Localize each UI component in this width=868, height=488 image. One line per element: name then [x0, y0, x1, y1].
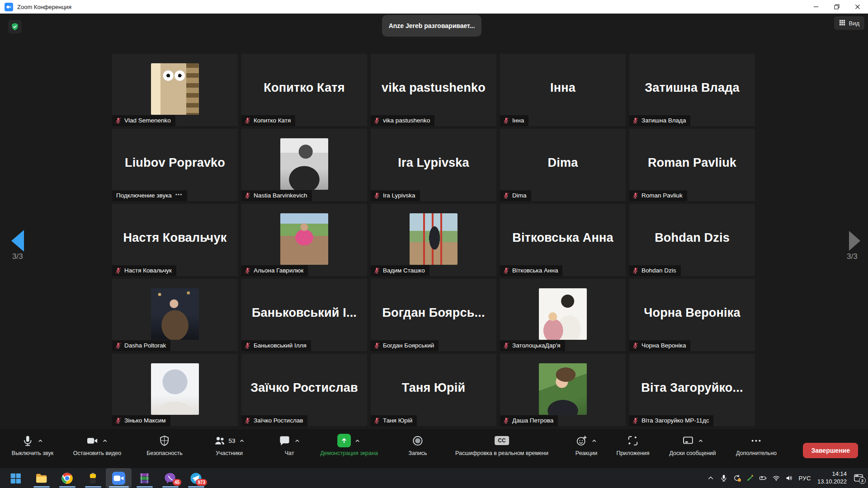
previous-page-arrow[interactable] [11, 230, 24, 252]
tray-mic-icon[interactable] [720, 474, 728, 482]
record-button[interactable]: Запись [408, 433, 427, 456]
chat-button[interactable]: Чат [278, 433, 300, 456]
participant-label-text: Dasha Poltorak [124, 342, 166, 349]
minimize-button[interactable] [806, 0, 826, 14]
taskbar-app-file-explorer[interactable] [28, 468, 54, 488]
participant-tile[interactable]: Затишна ВладаЗатишна Влада [629, 54, 755, 126]
participant-name-display: Настя Ковальчук [112, 204, 238, 272]
muted-mic-icon [373, 192, 380, 199]
chevron-up-icon[interactable] [102, 438, 108, 444]
night-street-avatar [151, 288, 199, 340]
share-button[interactable]: Демонстрация экрана [320, 433, 378, 456]
toolbar-button-label: Безопасность [146, 450, 183, 456]
participant-tile[interactable]: Nastia Barvinkevich [241, 129, 367, 201]
chevron-up-icon[interactable] [38, 438, 43, 444]
hidden-icons-chevron-icon[interactable] [707, 474, 715, 482]
participant-tile[interactable]: Копитко КатяКопитко Катя [241, 54, 367, 126]
participant-name-display: Богдан Боярсь... [371, 279, 496, 347]
toolbar-button-label: Доски сообщений [669, 450, 716, 456]
muted-mic-icon [632, 417, 639, 424]
participant-tile[interactable]: Dasha Poltorak [112, 279, 238, 351]
security-shield-icon[interactable] [8, 20, 22, 33]
whiteboards-button[interactable]: Доски сообщений [669, 433, 716, 456]
toolbar-button-label: Чат [285, 450, 294, 456]
participant-label-text: Вадим Сташко [383, 267, 425, 274]
participant-tile[interactable]: Зінько Максим [112, 354, 238, 426]
chevron-up-icon[interactable] [698, 438, 703, 444]
participant-tile[interactable]: Таня ЮрійТаня Юрій [371, 354, 496, 426]
participant-label-text: Подключение звука [116, 192, 172, 199]
mute-button[interactable]: Выключить звук [12, 433, 53, 456]
language-indicator[interactable]: РУС [798, 475, 811, 482]
view-button[interactable]: Вид [834, 16, 864, 30]
record-icon [411, 435, 424, 447]
participant-tile[interactable]: Vlad Semenenko [112, 54, 238, 126]
participant-name-label: ЗатолоцькаДар'я [500, 340, 565, 351]
restore-button[interactable] [826, 0, 847, 14]
running-indicator [162, 486, 179, 488]
participant-tile[interactable]: Вадим Сташко [371, 204, 496, 276]
participant-tile[interactable]: ЗатолоцькаДар'я [500, 279, 626, 351]
apps-button[interactable]: Приложения [616, 433, 649, 456]
sync-icon[interactable] [733, 474, 741, 482]
clock[interactable]: 14:14 13.10.2022 [817, 470, 847, 486]
chevron-up-icon[interactable] [294, 438, 300, 444]
participant-tile[interactable]: Чорна ВеронікаЧорна Вероніка [629, 279, 755, 351]
participant-tile[interactable]: vika pastushenkovika pastushenko [371, 54, 496, 126]
participant-tile[interactable]: Вітковська АннаВітковська Анна [500, 204, 626, 276]
participant-name-label: Альона Гаврилюк [241, 265, 308, 276]
taskbar-app-zoom[interactable] [106, 468, 132, 488]
taskbar-app-battery-app[interactable] [80, 468, 106, 488]
participant-tile[interactable]: Богдан Боярсь...Богдан Боярський [371, 279, 496, 351]
end-meeting-button[interactable]: Завершение [803, 443, 858, 458]
chevron-up-icon[interactable] [354, 438, 360, 444]
running-indicator [59, 486, 75, 488]
participant-label-text: Чорна Вероніка [642, 342, 686, 349]
participant-tile[interactable]: Даша Петрова [500, 354, 626, 426]
participant-label-text: Заїчко Ростислав [254, 417, 303, 424]
snip-pen-icon[interactable] [746, 474, 754, 482]
participant-label-text: Vlad Semenenko [124, 117, 171, 124]
chevron-up-icon[interactable] [591, 438, 597, 444]
taskbar-app-chrome[interactable] [54, 468, 80, 488]
participant-tile[interactable]: ІннаІнна [500, 54, 626, 126]
muted-mic-icon [244, 117, 251, 124]
next-page-arrow[interactable] [849, 231, 860, 251]
close-button[interactable] [847, 0, 868, 14]
participant-name-label: Заїчко Ростислав [241, 415, 307, 426]
participant-tile[interactable]: DimaDima [500, 129, 626, 201]
muted-mic-icon [373, 417, 380, 424]
participant-tile[interactable]: Настя КовальчукНастя Ковальчук [112, 204, 238, 276]
taskbar-app-viber[interactable]: 45 [157, 468, 183, 488]
running-indicator [137, 486, 153, 488]
participant-tile[interactable]: Liubov PopravkoПодключение звука••• [112, 129, 238, 201]
taskbar-app-start[interactable] [3, 468, 28, 488]
participant-tile[interactable]: Ira LypivskaIra Lypivska [371, 129, 496, 201]
security-button[interactable]: Безопасность [146, 433, 183, 456]
participant-tile[interactable]: Bohdan DzisBohdan Dzis [629, 204, 755, 276]
muted-mic-icon [244, 192, 251, 199]
participant-label-text: Вітковська Анна [512, 267, 558, 274]
participants-button[interactable]: 53Участники [213, 433, 245, 456]
participant-name-label: Nastia Barvinkevich [241, 190, 312, 201]
participant-label-text: Баньковський Ілля [254, 342, 307, 349]
participant-label-text: ЗатолоцькаДар'я [512, 342, 561, 349]
participant-tile[interactable]: Заїчко РостиславЗаїчко Ростислав [241, 354, 367, 426]
more-button[interactable]: Дополнительно [736, 433, 777, 456]
reactions-button[interactable]: Реакции [576, 433, 597, 456]
chevron-up-icon[interactable] [239, 438, 245, 444]
cc-icon: CC [495, 436, 509, 445]
participant-tile[interactable]: Roman PavliukRoman Pavliuk [629, 129, 755, 201]
taskbar-app-winrar[interactable] [132, 468, 157, 488]
participant-tile[interactable]: Віта Загоруйко...Віта Загоруйко МР-11дс [629, 354, 755, 426]
notification-center-icon[interactable]: 2 [854, 474, 863, 483]
participant-tile[interactable]: Баньковський І...Баньковський Ілля [241, 279, 367, 351]
taskbar-app-telegram[interactable]: 973 [183, 468, 209, 488]
volume-icon[interactable] [785, 474, 793, 482]
live-transcript-button[interactable]: CCРасшифровка в реальном времени [455, 433, 548, 456]
participant-name-label: Roman Pavliuk [629, 190, 687, 201]
battery-icon[interactable] [759, 474, 767, 482]
video-button[interactable]: Остановить видео [73, 433, 122, 456]
wifi-icon[interactable] [772, 474, 780, 482]
participant-tile[interactable]: Альона Гаврилюк [241, 204, 367, 276]
